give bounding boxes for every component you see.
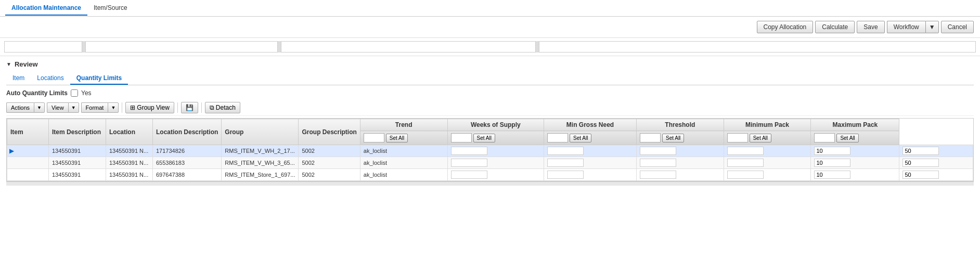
cell-threshold[interactable] — [724, 145, 811, 157]
tab-quantity-limits[interactable]: Quantity Limits — [70, 72, 128, 85]
cell-locationDesc[interactable]: RMS_ITEM_V_WH_3_65... — [222, 157, 299, 169]
tab-locations[interactable]: Locations — [31, 72, 70, 85]
input-minGrossNeed[interactable] — [640, 159, 676, 167]
cell-minimumPack[interactable] — [811, 145, 899, 157]
cell-location[interactable]: 171734826 — [153, 145, 222, 157]
input-minGrossNeed[interactable] — [640, 147, 676, 155]
th-threshold-setall: Set All — [636, 131, 724, 145]
actions-dropdown[interactable]: ▼ — [34, 102, 45, 113]
input-trend[interactable] — [451, 159, 487, 167]
cell-groupDesc[interactable]: ak_loclist — [360, 169, 447, 181]
format-button[interactable]: Format — [81, 102, 108, 113]
cell-groupDesc[interactable]: ak_loclist — [360, 145, 447, 157]
filter-input-3[interactable] — [281, 41, 536, 53]
min-gross-set-all-input[interactable] — [547, 133, 568, 142]
cell-minimumPack[interactable] — [811, 157, 899, 169]
view-button[interactable]: View — [47, 102, 68, 113]
save-button[interactable]: Save — [857, 21, 884, 33]
cell-locationDesc[interactable]: RMS_ITEM_V_WH_2_17... — [222, 145, 299, 157]
input-weeksOfSupply[interactable] — [547, 147, 584, 155]
cell-maximumPack[interactable] — [899, 157, 973, 169]
cell-minimumPack[interactable] — [811, 169, 899, 181]
cell-weeksOfSupply[interactable] — [544, 157, 637, 169]
detach-button[interactable]: ⧉ Detach — [205, 102, 240, 113]
save-icon: 💾 — [186, 104, 194, 111]
cell-threshold[interactable] — [724, 157, 811, 169]
trend-set-all-button[interactable]: Set All — [386, 134, 408, 142]
cancel-button[interactable]: Cancel — [941, 21, 974, 33]
cell-item[interactable]: 134550391 — [49, 145, 106, 157]
cell-trend[interactable] — [447, 157, 544, 169]
cell-weeksOfSupply[interactable] — [544, 169, 637, 181]
col-group-label: Group — [225, 128, 243, 136]
workflow-button[interactable]: Workflow — [887, 21, 925, 33]
weeks-set-all-button[interactable]: Set All — [473, 134, 495, 142]
bottom-resize-bar[interactable] — [6, 181, 974, 186]
group-view-button[interactable]: ⊞ Group View — [125, 102, 174, 113]
filter-input-2[interactable] — [85, 41, 278, 53]
filter-input-4[interactable] — [539, 41, 976, 53]
copy-allocation-button[interactable]: Copy Allocation — [757, 21, 814, 33]
input-maximumPack[interactable] — [902, 147, 939, 155]
input-threshold[interactable] — [727, 147, 764, 155]
input-minimumPack[interactable] — [814, 147, 850, 155]
cell-weeksOfSupply[interactable] — [544, 145, 637, 157]
calculate-button[interactable]: Calculate — [815, 21, 855, 33]
cell-group[interactable]: 5002 — [299, 169, 360, 181]
max-pack-set-all-input[interactable] — [814, 133, 835, 142]
auto-quantity-limits-label: Auto Quantity Limits — [6, 89, 68, 97]
cell-item[interactable]: 134550391 — [49, 169, 106, 181]
cell-item[interactable]: 134550391 — [49, 157, 106, 169]
input-threshold[interactable] — [727, 171, 764, 179]
threshold-set-all-input[interactable] — [640, 133, 661, 142]
th-threshold-header: Threshold — [636, 119, 724, 131]
cell-minGrossNeed[interactable] — [636, 169, 724, 181]
cell-locationDesc[interactable]: RMS_ITEM_Store_1_697... — [222, 169, 299, 181]
filter-input-1[interactable] — [4, 41, 82, 53]
input-maximumPack[interactable] — [902, 159, 939, 167]
workflow-dropdown-arrow[interactable]: ▼ — [925, 21, 939, 33]
trend-set-all-input[interactable] — [364, 133, 384, 142]
tab-allocation-maintenance[interactable]: Allocation Maintenance — [5, 1, 87, 16]
input-trend[interactable] — [451, 147, 487, 155]
cell-trend[interactable] — [447, 145, 544, 157]
save-table-icon[interactable]: 💾 — [181, 102, 198, 113]
cell-itemDesc[interactable]: 134550391 N... — [106, 145, 153, 157]
threshold-set-all-button[interactable]: Set All — [662, 134, 684, 142]
cell-groupDesc[interactable]: ak_loclist — [360, 157, 447, 169]
input-threshold[interactable] — [727, 159, 764, 167]
weeks-set-all-input[interactable] — [451, 133, 472, 142]
min-pack-set-all-input[interactable] — [727, 133, 748, 142]
input-maximumPack[interactable] — [902, 171, 939, 179]
cell-itemDesc[interactable]: 134550391 N... — [106, 169, 153, 181]
cell-maximumPack[interactable] — [899, 169, 973, 181]
th-weeks-setall: Set All — [447, 131, 544, 145]
cell-threshold[interactable] — [724, 169, 811, 181]
cell-group[interactable]: 5002 — [299, 157, 360, 169]
review-section-header[interactable]: ▼ Review — [6, 60, 974, 68]
min-gross-set-all-button[interactable]: Set All — [570, 134, 591, 142]
min-pack-set-all-button[interactable]: Set All — [750, 134, 771, 142]
cell-minGrossNeed[interactable] — [636, 157, 724, 169]
max-pack-set-all-button[interactable]: Set All — [836, 134, 858, 142]
cell-location[interactable]: 697647388 — [153, 169, 222, 181]
cell-minGrossNeed[interactable] — [636, 145, 724, 157]
input-trend[interactable] — [451, 171, 487, 179]
input-weeksOfSupply[interactable] — [547, 171, 584, 179]
cell-location[interactable]: 655386183 — [153, 157, 222, 169]
actions-button[interactable]: Actions — [6, 102, 34, 113]
cell-trend[interactable] — [447, 169, 544, 181]
input-minimumPack[interactable] — [814, 159, 850, 167]
input-minimumPack[interactable] — [814, 171, 850, 179]
view-dropdown[interactable]: ▼ — [68, 102, 79, 113]
cell-group[interactable]: 5002 — [299, 145, 360, 157]
input-weeksOfSupply[interactable] — [547, 159, 584, 167]
cell-maximumPack[interactable] — [899, 145, 973, 157]
col-location-label: Location — [109, 128, 135, 136]
tab-item[interactable]: Item — [6, 72, 31, 85]
auto-quantity-limits-checkbox[interactable] — [71, 89, 78, 97]
cell-itemDesc[interactable]: 134550391 N... — [106, 157, 153, 169]
tab-item-source[interactable]: Item/Source — [87, 1, 134, 16]
input-minGrossNeed[interactable] — [640, 171, 676, 179]
format-dropdown[interactable]: ▼ — [108, 102, 119, 113]
